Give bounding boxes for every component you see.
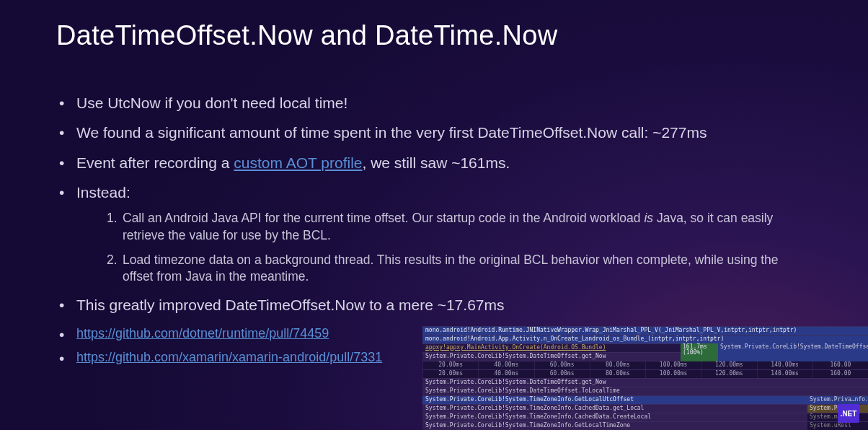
trace-row-7: System.Private.CoreLib!System.TimeZoneIn… — [422, 396, 807, 404]
sub-1: Call an Android Java API for the current… — [107, 210, 812, 244]
trace-timeline-2: 20.00ms 40.00ms 60.00ms 80.00ms 100.00ms… — [422, 369, 868, 378]
tick: 140.00ms — [757, 370, 812, 378]
slide-title: DateTimeOffset.Now and DateTime.Now — [56, 20, 812, 51]
bullet-4-text: Instead: — [76, 184, 130, 201]
trace-badge-label: System.Private.CoreLib!System.DateTimeOf… — [718, 343, 868, 362]
sub-2: Load timezone data on a background threa… — [107, 252, 812, 286]
dotnet-logo: .NET — [838, 404, 859, 423]
slide-content: DateTimeOffset.Now and DateTime.Now Use … — [0, 0, 868, 366]
tick: 20.00ms — [422, 361, 478, 369]
xamarin-pr-link[interactable]: https://github.com/xamarin/xamarin-andro… — [76, 350, 382, 364]
trace-row-1: mono.android!Android.Runtime.JNINativeWr… — [422, 327, 868, 335]
trace-row-8: System.Private.CoreLib!System.TimeZoneIn… — [422, 405, 807, 413]
bullet-1: Use UtcNow if you don't need local time! — [56, 93, 812, 113]
sub-2-text: Load timezone data on a background threa… — [123, 253, 779, 284]
dotnet-logo-text: .NET — [841, 410, 857, 418]
sub-list: Call an Android Java API for the current… — [76, 210, 812, 286]
trace-row-9: System.Private.CoreLib!System.TimeZoneIn… — [422, 413, 807, 421]
tick: 140.00ms — [757, 361, 812, 369]
tick: 80.00ms — [590, 370, 645, 378]
tick: 20.00ms — [422, 370, 478, 378]
sub-1-em: is — [644, 211, 653, 225]
bullet-3: Event after recording a custom AOT profi… — [56, 153, 812, 173]
bullet-1-text: Use UtcNow if you don't need local time! — [76, 95, 347, 111]
bullet-2: We found a significant amount of time sp… — [56, 123, 812, 143]
tick: 80.00ms — [590, 361, 645, 369]
trace-row-10: System.Private.CoreLib!System.TimeZoneIn… — [422, 422, 807, 430]
runtime-pr-link[interactable]: https://github.com/dotnet/runtime/pull/7… — [76, 326, 329, 341]
tick: 60.00ms — [534, 361, 590, 369]
trace-row-5: System.Private.CoreLib!System.DateTimeOf… — [422, 379, 868, 387]
aot-profile-link[interactable]: custom AOT profile — [234, 154, 362, 171]
tick: 40.00ms — [478, 361, 533, 369]
bullet-3-post: , we still saw ~161ms. — [362, 154, 510, 171]
trace-timeline-1: 20.00ms 40.00ms 60.00ms 80.00ms 100.00ms… — [422, 361, 868, 369]
trace-badge-time: 161.7ms (100%) — [681, 343, 718, 362]
bullet-4: Instead: Call an Android Java API for th… — [56, 183, 812, 286]
bullet-5-text: This greatly improved DateTimeOffset.Now… — [76, 297, 505, 313]
aot-profile-link-text: custom AOT profile — [234, 154, 362, 171]
trace-row-6: System.Private.CoreLib!System.DateTimeOf… — [422, 387, 868, 395]
bullet-list: Use UtcNow if you don't need local time!… — [56, 93, 812, 366]
tick: 60.00ms — [534, 370, 590, 378]
trace-rc-10: System.uResl — [807, 422, 868, 430]
tick: 160.00 — [812, 370, 868, 378]
bullet-3-pre: Event after recording a — [76, 154, 234, 171]
sub-1-pre: Call an Android Java API for the current… — [123, 211, 644, 225]
tick: 100.00ms — [645, 361, 701, 369]
tick: 120.00ms — [701, 370, 756, 378]
tick: 120.00ms — [701, 361, 756, 369]
tick: 100.00ms — [645, 370, 701, 378]
profiler-trace: mono.android!Android.Runtime.JNINativeWr… — [422, 326, 868, 430]
xamarin-pr-link-text: https://github.com/xamarin/xamarin-andro… — [76, 350, 382, 364]
tick: 40.00ms — [478, 370, 533, 378]
tick: 160.00 — [812, 361, 868, 369]
trace-rc-7: System.Priva…nfo..cctor — [807, 396, 868, 404]
runtime-pr-link-text: https://github.com/dotnet/runtime/pull/7… — [76, 326, 329, 341]
trace-row-2: mono.android!Android.App.Activity.n_OnCr… — [422, 335, 868, 343]
bullet-5: This greatly improved DateTimeOffset.Now… — [56, 295, 812, 315]
bullet-2-text: We found a significant amount of time sp… — [76, 124, 707, 141]
